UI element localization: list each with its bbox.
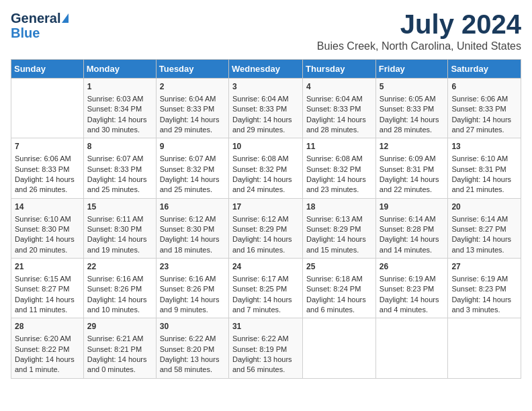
cell-text-line: Sunrise: 6:07 AM [87,154,152,164]
calendar-cell: 15Sunrise: 6:11 AMSunset: 8:30 PMDayligh… [83,198,156,258]
cell-text-line: Daylight: 13 hours [232,355,299,365]
cell-text-line: Daylight: 14 hours [160,295,225,305]
cell-text-line: Daylight: 14 hours [87,355,152,365]
day-number: 2 [160,81,225,93]
cell-text-line: and 25 minutes. [87,185,152,195]
day-number: 22 [87,261,152,273]
cell-text-line: Sunrise: 6:17 AM [232,274,299,284]
calendar-cell: 23Sunrise: 6:16 AMSunset: 8:26 PMDayligh… [156,259,228,318]
cell-text-line: Sunset: 8:20 PM [160,345,225,355]
cell-text-line: Sunset: 8:22 PM [15,345,80,355]
cell-text-line: Daylight: 14 hours [306,295,372,305]
calendar-cell [11,79,84,138]
calendar-cell: 10Sunrise: 6:08 AMSunset: 8:32 PMDayligh… [228,138,302,198]
cell-text-line: Sunrise: 6:13 AM [306,214,372,224]
cell-text-line: Sunrise: 6:14 AM [451,214,517,224]
calendar-cell: 12Sunrise: 6:09 AMSunset: 8:31 PMDayligh… [375,138,448,198]
calendar-cell: 18Sunrise: 6:13 AMSunset: 8:29 PMDayligh… [303,198,376,258]
day-number: 29 [87,321,152,332]
cell-text-line: and 21 minutes. [451,185,517,195]
cell-text-line: Sunset: 8:26 PM [160,284,225,294]
cell-text-line: Sunrise: 6:10 AM [451,154,517,164]
cell-text-line: Sunrise: 6:19 AM [380,274,445,284]
cell-text-line: Sunrise: 6:03 AM [87,94,152,104]
cell-text-line: Daylight: 14 hours [160,175,225,185]
cell-text-line: Sunrise: 6:06 AM [15,154,80,164]
cell-text-line: Daylight: 14 hours [232,115,299,125]
cell-text-line: Sunset: 8:23 PM [451,284,517,294]
calendar-cell: 28Sunrise: 6:20 AMSunset: 8:22 PMDayligh… [11,318,84,378]
day-number: 12 [380,141,445,152]
cell-text-line: Daylight: 13 hours [160,355,225,365]
week-row-0: 1Sunrise: 6:03 AMSunset: 8:34 PMDaylight… [11,79,521,138]
cell-text-line: Sunrise: 6:04 AM [306,94,372,104]
day-number: 3 [232,81,299,93]
cell-text-line: Sunrise: 6:14 AM [380,214,445,224]
cell-text-line: Sunset: 8:26 PM [87,284,152,294]
cell-text-line: Daylight: 14 hours [380,295,445,305]
cell-text-line: and 6 minutes. [306,305,372,315]
cell-text-line: Sunrise: 6:08 AM [306,154,372,164]
cell-text-line: and 56 minutes. [232,365,299,375]
day-number: 16 [160,201,225,213]
calendar-cell [448,318,521,378]
calendar-cell: 3Sunrise: 6:04 AMSunset: 8:33 PMDaylight… [228,79,302,138]
cell-text-line: and 29 minutes. [160,125,225,135]
week-row-1: 7Sunrise: 6:06 AMSunset: 8:33 PMDaylight… [11,138,521,198]
calendar-cell: 4Sunrise: 6:04 AMSunset: 8:33 PMDaylight… [303,79,376,138]
calendar-cell: 20Sunrise: 6:14 AMSunset: 8:27 PMDayligh… [448,198,521,258]
cell-text-line: Sunset: 8:33 PM [87,165,152,175]
cell-text-line: Sunrise: 6:18 AM [306,274,372,284]
cell-text-line: Sunrise: 6:07 AM [160,154,225,164]
cell-text-line: Sunset: 8:32 PM [160,165,225,175]
cell-text-line: and 28 minutes. [380,125,445,135]
calendar-cell: 5Sunrise: 6:05 AMSunset: 8:33 PMDaylight… [375,79,448,138]
day-number: 21 [15,261,80,273]
cell-text-line: Daylight: 14 hours [87,295,152,305]
cell-text-line: and 7 minutes. [232,305,299,315]
cell-text-line: Daylight: 14 hours [160,234,225,244]
calendar-cell: 8Sunrise: 6:07 AMSunset: 8:33 PMDaylight… [83,138,156,198]
cell-text-line: Daylight: 14 hours [87,234,152,244]
cell-text-line: Sunrise: 6:19 AM [451,274,517,284]
cell-text-line: Sunset: 8:29 PM [306,224,372,234]
cell-text-line: and 29 minutes. [232,125,299,135]
cell-text-line: Daylight: 14 hours [451,295,517,305]
cell-text-line: and 16 minutes. [232,245,299,255]
weekday-header-sunday: Sunday [11,60,84,79]
day-number: 8 [87,141,152,152]
cell-text-line: Daylight: 14 hours [232,175,299,185]
title-area: July 2024 Buies Creek, North Carolina, U… [317,11,521,52]
day-number: 28 [15,321,80,332]
day-number: 13 [451,141,517,152]
cell-text-line: Sunrise: 6:06 AM [451,94,517,104]
cell-text-line: Sunrise: 6:05 AM [380,94,445,104]
day-number: 26 [380,261,445,273]
cell-text-line: Sunset: 8:30 PM [15,224,80,234]
calendar-cell: 26Sunrise: 6:19 AMSunset: 8:23 PMDayligh… [375,259,448,318]
cell-text-line: Sunrise: 6:15 AM [15,274,80,284]
cell-text-line: Sunrise: 6:22 AM [160,334,225,344]
cell-text-line: Daylight: 14 hours [232,234,299,244]
day-number: 15 [87,201,152,213]
calendar-cell: 14Sunrise: 6:10 AMSunset: 8:30 PMDayligh… [11,198,84,258]
day-number: 1 [87,81,152,93]
cell-text-line: Sunrise: 6:11 AM [87,214,152,224]
weekday-header-monday: Monday [83,60,156,79]
cell-text-line: Sunset: 8:27 PM [451,224,517,234]
header: General Blue July 2024 Buies Creek, Nort… [11,11,521,52]
cell-text-line: and 28 minutes. [306,125,372,135]
day-number: 24 [232,261,299,273]
cell-text-line: and 9 minutes. [160,305,225,315]
cell-text-line: and 1 minute. [15,365,80,375]
cell-text-line: Daylight: 14 hours [15,175,80,185]
day-number: 5 [380,81,445,93]
logo-general: General [11,11,60,26]
cell-text-line: Sunset: 8:30 PM [160,224,225,234]
logo-blue: Blue [11,26,40,40]
cell-text-line: Sunset: 8:21 PM [87,345,152,355]
cell-text-line: and 11 minutes. [15,305,80,315]
location-title: Buies Creek, North Carolina, United Stat… [317,40,521,52]
cell-text-line: Daylight: 14 hours [160,115,225,125]
cell-text-line: Daylight: 14 hours [15,295,80,305]
